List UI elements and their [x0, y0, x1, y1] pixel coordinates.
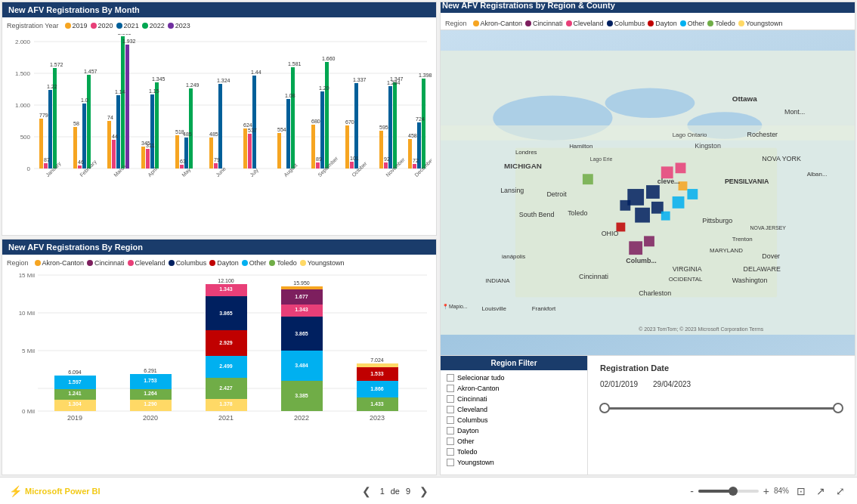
- map-legend-dot-columbus: [607, 20, 613, 26]
- zoom-slider[interactable]: [698, 490, 759, 493]
- filter-label-columbus: Columbus: [457, 416, 488, 424]
- svg-text:DELAWARE: DELAWARE: [744, 265, 781, 273]
- map-legend-dot-toledo: [707, 20, 713, 26]
- svg-text:2.427: 2.427: [219, 385, 233, 391]
- svg-text:MICHIGAN: MICHIGAN: [504, 162, 542, 170]
- filter-item-cincinnati[interactable]: Cincinnati: [447, 394, 581, 404]
- pagination: ❮ 1 de 9 ❯: [359, 485, 432, 497]
- zoom-out-button[interactable]: -: [690, 485, 694, 497]
- checkbox-toledo[interactable]: [447, 448, 454, 456]
- monthly-chart-title: New AFV Registrations By Month: [2, 2, 436, 17]
- filter-items-list: Selecionar tudo Akron-Canton Cincinnati: [441, 370, 587, 470]
- legend-cincinnati: Cincinnati: [87, 259, 125, 267]
- svg-rect-78: [311, 125, 315, 169]
- svg-text:1.677: 1.677: [295, 294, 308, 299]
- slider-thumb-right[interactable]: [833, 403, 843, 413]
- svg-rect-179: [515, 148, 777, 298]
- filter-item-all[interactable]: Selecionar tudo: [447, 373, 581, 383]
- svg-text:2023: 2023: [370, 414, 385, 422]
- svg-rect-57: [209, 138, 213, 169]
- svg-rect-161: [281, 286, 323, 289]
- svg-rect-39: [141, 147, 145, 169]
- legend-dot-2021: [116, 23, 122, 29]
- legend-other: Other: [242, 259, 267, 267]
- svg-text:Rochester: Rochester: [747, 131, 778, 138]
- svg-text:1.398: 1.398: [419, 73, 432, 78]
- checkbox-akron[interactable]: [447, 385, 454, 392]
- checkbox-other[interactable]: [447, 438, 454, 445]
- map-body[interactable]: Ottawa Mont... Kingston Lago Ontario Roc…: [441, 30, 855, 355]
- share-button[interactable]: ↗: [813, 485, 828, 497]
- svg-rect-190: [583, 174, 593, 184]
- svg-rect-19: [73, 127, 77, 169]
- svg-rect-48: [175, 135, 179, 169]
- svg-rect-170: [357, 363, 398, 367]
- zoom-thumb[interactable]: [729, 487, 738, 496]
- legend-label-other: Other: [249, 259, 267, 267]
- map-legend-other: Other: [680, 20, 705, 27]
- svg-text:2020: 2020: [143, 414, 158, 422]
- checkbox-dayton[interactable]: [447, 427, 454, 434]
- filter-item-cleveland[interactable]: Cleveland: [447, 404, 581, 415]
- next-page-button[interactable]: ❯: [416, 485, 432, 497]
- svg-text:Lansing: Lansing: [500, 187, 524, 194]
- legend-label-toledo: Toledo: [277, 259, 297, 267]
- svg-rect-41: [150, 94, 154, 169]
- checkbox-all[interactable]: [447, 374, 454, 382]
- svg-text:92: 92: [384, 156, 390, 162]
- svg-text:1.08: 1.08: [285, 93, 295, 98]
- map-legend-dot-youngstown: [738, 20, 744, 26]
- svg-text:📍Mapio...: 📍Mapio...: [442, 303, 468, 310]
- filter-item-dayton[interactable]: Dayton: [447, 425, 581, 436]
- svg-text:46: 46: [78, 159, 84, 165]
- checkbox-cleveland[interactable]: [447, 406, 454, 413]
- checkbox-columbus[interactable]: [447, 416, 454, 424]
- map-legend-label-youngstown: Youngstown: [746, 20, 783, 27]
- expand-button[interactable]: ⤢: [833, 485, 848, 497]
- checkbox-cincinnati[interactable]: [447, 395, 454, 403]
- right-panel: New AFV Registrations by Region & County…: [438, 0, 857, 477]
- svg-text:58: 58: [73, 121, 79, 126]
- map-legend-dot-cleveland: [566, 20, 572, 26]
- filter-item-columbus[interactable]: Columbus: [447, 415, 581, 425]
- legend-cleveland: Cleveland: [128, 259, 166, 267]
- date-filter-panel: Registration Date 02/01/2019 29/04/2023: [588, 356, 855, 475]
- filter-label-other: Other: [457, 438, 475, 445]
- filter-item-other[interactable]: Other: [447, 436, 581, 447]
- filter-item-toledo[interactable]: Toledo: [447, 447, 581, 457]
- filter-label-akron: Akron-Canton: [457, 385, 500, 392]
- svg-text:1.14: 1.14: [115, 89, 125, 94]
- map-legend-youngstown: Youngstown: [738, 20, 783, 27]
- svg-text:1.241: 1.241: [68, 391, 82, 396]
- svg-text:1.22: 1.22: [47, 84, 57, 89]
- filter-label-cleveland: Cleveland: [457, 406, 487, 413]
- svg-rect-30: [116, 95, 120, 169]
- filter-item-youngstown[interactable]: Youngstown: [447, 457, 581, 468]
- filter-item-akron[interactable]: Akron-Canton: [447, 383, 581, 394]
- legend-label-2019: 2019: [73, 22, 88, 29]
- svg-text:Toledo: Toledo: [568, 209, 587, 217]
- svg-text:554: 554: [277, 127, 286, 132]
- region-chart-panel: New AFV Registrations By Region Region A…: [2, 239, 437, 475]
- date-slider[interactable]: [600, 400, 843, 416]
- map-legend-cleveland: Cleveland: [566, 20, 604, 27]
- svg-rect-32: [125, 45, 129, 169]
- slider-thumb-left[interactable]: [599, 403, 610, 413]
- map-legend-label-toledo: Toledo: [715, 20, 735, 27]
- zoom-level: 84%: [774, 487, 789, 495]
- svg-text:670: 670: [345, 119, 354, 125]
- legend-2023: 2023: [168, 22, 190, 29]
- svg-text:1.324: 1.324: [217, 78, 230, 83]
- svg-text:2.000: 2.000: [15, 39, 31, 45]
- checkbox-youngstown[interactable]: [447, 459, 454, 466]
- legend-2019: 2019: [65, 22, 88, 29]
- svg-rect-106: [422, 79, 425, 169]
- svg-text:1.264: 1.264: [144, 391, 157, 396]
- prev-page-button[interactable]: ❮: [359, 485, 374, 497]
- svg-rect-65: [248, 134, 252, 169]
- fullscreen-button[interactable]: ⊡: [794, 485, 809, 497]
- svg-text:7.024: 7.024: [370, 357, 384, 363]
- legend-label-akron: Akron-Canton: [42, 259, 85, 267]
- svg-text:63: 63: [180, 159, 186, 164]
- zoom-in-button[interactable]: +: [763, 485, 769, 497]
